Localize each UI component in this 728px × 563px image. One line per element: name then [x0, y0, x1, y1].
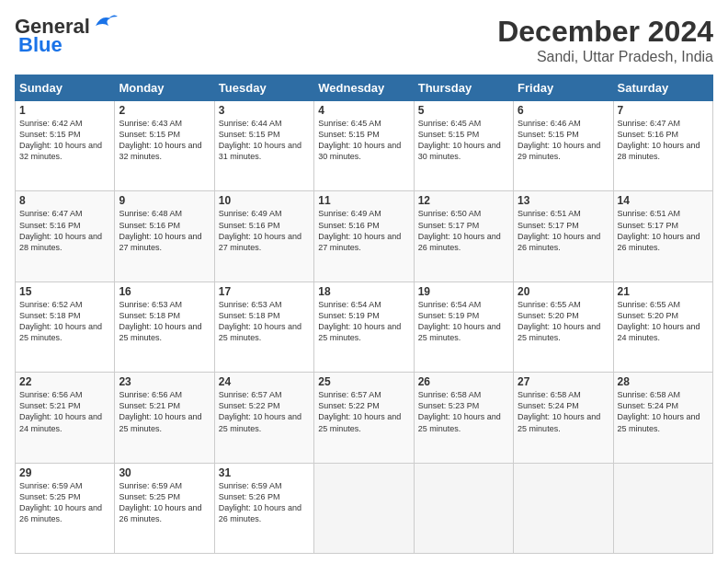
- calendar-cell: [514, 463, 613, 553]
- day-number: 30: [119, 466, 210, 479]
- cell-content: Sunrise: 6:50 AMSunset: 5:17 PMDaylight:…: [418, 208, 509, 253]
- calendar-cell: 11Sunrise: 6:49 AMSunset: 5:16 PMDayligh…: [314, 191, 414, 282]
- day-number: 18: [318, 285, 409, 298]
- day-number: 20: [518, 285, 609, 298]
- cell-content: Sunrise: 6:47 AMSunset: 5:16 PMDaylight:…: [19, 208, 110, 253]
- calendar-cell: [314, 463, 414, 553]
- calendar-table: SundayMondayTuesdayWednesdayThursdayFrid…: [15, 75, 713, 554]
- cell-content: Sunrise: 6:55 AMSunset: 5:20 PMDaylight:…: [518, 299, 609, 344]
- calendar-week-row: 1Sunrise: 6:42 AMSunset: 5:15 PMDaylight…: [16, 101, 713, 191]
- day-number: 17: [219, 285, 310, 298]
- logo: General Blue: [15, 15, 118, 57]
- logo-text-blue: Blue: [18, 33, 63, 57]
- calendar-cell: 19Sunrise: 6:54 AMSunset: 5:19 PMDayligh…: [414, 282, 513, 372]
- cell-content: Sunrise: 6:48 AMSunset: 5:16 PMDaylight:…: [119, 208, 210, 253]
- calendar-cell: 21Sunrise: 6:55 AMSunset: 5:20 PMDayligh…: [613, 282, 712, 372]
- cell-content: Sunrise: 6:56 AMSunset: 5:21 PMDaylight:…: [19, 389, 110, 434]
- cell-content: Sunrise: 6:54 AMSunset: 5:19 PMDaylight:…: [418, 299, 509, 344]
- calendar-cell: 25Sunrise: 6:57 AMSunset: 5:22 PMDayligh…: [314, 373, 414, 463]
- calendar-cell: 4Sunrise: 6:45 AMSunset: 5:15 PMDaylight…: [314, 101, 414, 191]
- day-number: 8: [19, 194, 110, 207]
- calendar-cell: 8Sunrise: 6:47 AMSunset: 5:16 PMDaylight…: [16, 191, 115, 282]
- day-number: 29: [19, 466, 110, 479]
- day-number: 24: [219, 375, 310, 388]
- calendar-cell: 10Sunrise: 6:49 AMSunset: 5:16 PMDayligh…: [214, 191, 313, 282]
- day-number: 22: [19, 375, 110, 388]
- calendar-week-row: 22Sunrise: 6:56 AMSunset: 5:21 PMDayligh…: [16, 373, 713, 463]
- calendar-cell: 27Sunrise: 6:58 AMSunset: 5:24 PMDayligh…: [514, 373, 613, 463]
- day-number: 19: [418, 285, 509, 298]
- cell-content: Sunrise: 6:56 AMSunset: 5:21 PMDaylight:…: [119, 389, 210, 434]
- calendar-cell: 7Sunrise: 6:47 AMSunset: 5:16 PMDaylight…: [613, 101, 712, 191]
- calendar-cell: [613, 463, 712, 553]
- column-header-thursday: Thursday: [414, 75, 513, 101]
- calendar-cell: 20Sunrise: 6:55 AMSunset: 5:20 PMDayligh…: [514, 282, 613, 372]
- calendar-cell: 31Sunrise: 6:59 AMSunset: 5:26 PMDayligh…: [214, 463, 313, 553]
- calendar-cell: 17Sunrise: 6:53 AMSunset: 5:18 PMDayligh…: [214, 282, 313, 372]
- cell-content: Sunrise: 6:59 AMSunset: 5:25 PMDaylight:…: [119, 480, 210, 525]
- day-number: 6: [518, 104, 609, 117]
- cell-content: Sunrise: 6:53 AMSunset: 5:18 PMDaylight:…: [219, 299, 310, 344]
- day-number: 12: [418, 194, 509, 207]
- page-subtitle: Sandi, Uttar Pradesh, India: [497, 49, 713, 65]
- calendar-cell: 16Sunrise: 6:53 AMSunset: 5:18 PMDayligh…: [115, 282, 214, 372]
- day-number: 9: [119, 194, 210, 207]
- calendar-cell: 15Sunrise: 6:52 AMSunset: 5:18 PMDayligh…: [16, 282, 115, 372]
- day-number: 25: [318, 375, 409, 388]
- day-number: 28: [618, 375, 709, 388]
- day-number: 3: [219, 104, 310, 117]
- cell-content: Sunrise: 6:51 AMSunset: 5:17 PMDaylight:…: [618, 208, 709, 253]
- page-container: General Blue December 2024 Sandi, Uttar …: [0, 0, 728, 563]
- cell-content: Sunrise: 6:57 AMSunset: 5:22 PMDaylight:…: [318, 389, 409, 434]
- cell-content: Sunrise: 6:49 AMSunset: 5:16 PMDaylight:…: [219, 208, 310, 253]
- cell-content: Sunrise: 6:47 AMSunset: 5:16 PMDaylight:…: [618, 118, 709, 163]
- day-number: 26: [418, 375, 509, 388]
- column-header-wednesday: Wednesday: [314, 75, 414, 101]
- cell-content: Sunrise: 6:49 AMSunset: 5:16 PMDaylight:…: [318, 208, 409, 253]
- day-number: 16: [119, 285, 210, 298]
- day-number: 27: [518, 375, 609, 388]
- calendar-cell: 26Sunrise: 6:58 AMSunset: 5:23 PMDayligh…: [414, 373, 513, 463]
- day-number: 10: [219, 194, 310, 207]
- cell-content: Sunrise: 6:57 AMSunset: 5:22 PMDaylight:…: [219, 389, 310, 434]
- day-number: 21: [618, 285, 709, 298]
- cell-content: Sunrise: 6:59 AMSunset: 5:26 PMDaylight:…: [219, 480, 310, 525]
- day-number: 5: [418, 104, 509, 117]
- cell-content: Sunrise: 6:43 AMSunset: 5:15 PMDaylight:…: [119, 118, 210, 163]
- day-number: 2: [119, 104, 210, 117]
- calendar-cell: 23Sunrise: 6:56 AMSunset: 5:21 PMDayligh…: [115, 373, 214, 463]
- calendar-cell: [414, 463, 513, 553]
- day-number: 4: [318, 104, 409, 117]
- cell-content: Sunrise: 6:42 AMSunset: 5:15 PMDaylight:…: [19, 118, 110, 163]
- calendar-cell: 3Sunrise: 6:44 AMSunset: 5:15 PMDaylight…: [214, 101, 313, 191]
- cell-content: Sunrise: 6:59 AMSunset: 5:25 PMDaylight:…: [19, 480, 110, 525]
- column-header-sunday: Sunday: [16, 75, 115, 101]
- column-header-tuesday: Tuesday: [214, 75, 313, 101]
- day-number: 7: [618, 104, 709, 117]
- cell-content: Sunrise: 6:58 AMSunset: 5:24 PMDaylight:…: [518, 389, 609, 434]
- calendar-cell: 22Sunrise: 6:56 AMSunset: 5:21 PMDayligh…: [16, 373, 115, 463]
- day-number: 14: [618, 194, 709, 207]
- day-number: 23: [119, 375, 210, 388]
- cell-content: Sunrise: 6:58 AMSunset: 5:23 PMDaylight:…: [418, 389, 509, 434]
- page-title: December 2024: [497, 15, 713, 49]
- day-number: 11: [318, 194, 409, 207]
- cell-content: Sunrise: 6:45 AMSunset: 5:15 PMDaylight:…: [418, 118, 509, 163]
- calendar-cell: 6Sunrise: 6:46 AMSunset: 5:15 PMDaylight…: [514, 101, 613, 191]
- cell-content: Sunrise: 6:54 AMSunset: 5:19 PMDaylight:…: [318, 299, 409, 344]
- cell-content: Sunrise: 6:52 AMSunset: 5:18 PMDaylight:…: [19, 299, 110, 344]
- title-block: December 2024 Sandi, Uttar Pradesh, Indi…: [497, 15, 713, 65]
- cell-content: Sunrise: 6:44 AMSunset: 5:15 PMDaylight:…: [219, 118, 310, 163]
- calendar-cell: 13Sunrise: 6:51 AMSunset: 5:17 PMDayligh…: [514, 191, 613, 282]
- calendar-week-row: 29Sunrise: 6:59 AMSunset: 5:25 PMDayligh…: [16, 463, 713, 553]
- calendar-cell: 9Sunrise: 6:48 AMSunset: 5:16 PMDaylight…: [115, 191, 214, 282]
- calendar-cell: 28Sunrise: 6:58 AMSunset: 5:24 PMDayligh…: [613, 373, 712, 463]
- calendar-cell: 18Sunrise: 6:54 AMSunset: 5:19 PMDayligh…: [314, 282, 414, 372]
- column-header-monday: Monday: [115, 75, 214, 101]
- cell-content: Sunrise: 6:55 AMSunset: 5:20 PMDaylight:…: [618, 299, 709, 344]
- calendar-week-row: 15Sunrise: 6:52 AMSunset: 5:18 PMDayligh…: [16, 282, 713, 372]
- logo-bird-icon: [92, 13, 118, 33]
- column-header-saturday: Saturday: [613, 75, 712, 101]
- calendar-header-row: SundayMondayTuesdayWednesdayThursdayFrid…: [16, 75, 713, 101]
- calendar-cell: 24Sunrise: 6:57 AMSunset: 5:22 PMDayligh…: [214, 373, 313, 463]
